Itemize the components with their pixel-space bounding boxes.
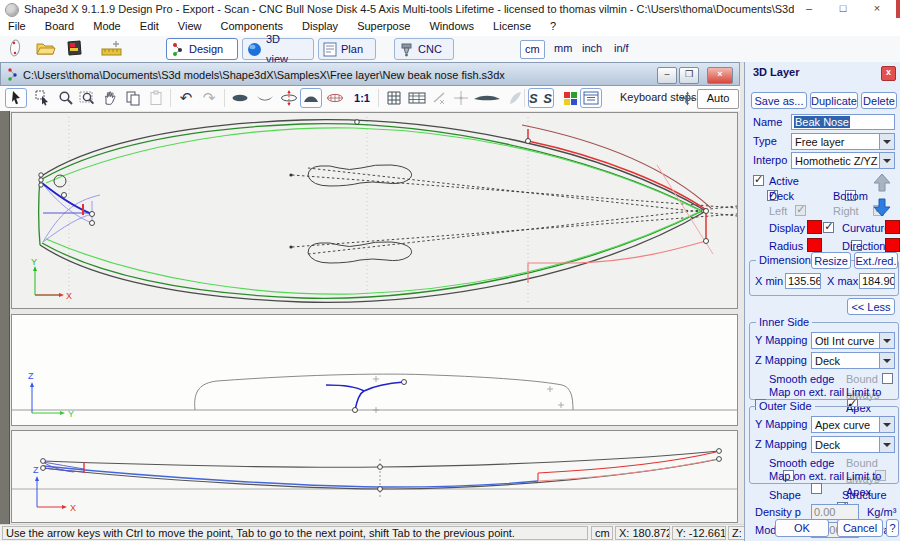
outer-side-legend: Outer Side	[756, 400, 815, 413]
menu-mode[interactable]: Mode	[85, 18, 129, 35]
ok-button[interactable]: OK	[775, 519, 829, 537]
x-min-input[interactable]: 135.566	[785, 273, 821, 289]
minimize-button[interactable]: –	[796, 1, 822, 17]
menu-view[interactable]: View	[170, 18, 210, 35]
menu-superpose[interactable]: Superpose	[349, 18, 418, 35]
properties-panel-toggle[interactable]	[580, 88, 602, 108]
3d-view-button[interactable]: 3D view	[242, 38, 314, 60]
save-icon[interactable]	[64, 38, 88, 59]
chevron-down-icon[interactable]	[879, 417, 894, 432]
inner-z-mapping-dropdown[interactable]: Deck	[811, 352, 895, 369]
select-box-tool[interactable]	[32, 88, 54, 108]
outer-z-mapping-dropdown[interactable]: Deck	[811, 436, 895, 453]
save-as-button[interactable]: Save as...	[751, 92, 807, 109]
copy-tool[interactable]	[122, 88, 144, 108]
chevron-down-icon[interactable]	[879, 153, 894, 168]
scale-1-1-button[interactable]: 1:1	[350, 88, 374, 108]
cnc-button[interactable]: CNC	[394, 38, 454, 60]
undo-button[interactable]: ↶	[175, 88, 197, 108]
x-max-input[interactable]: 184.900	[859, 273, 895, 289]
maximize-button[interactable]: □	[830, 1, 856, 17]
ruler-icon[interactable]	[100, 38, 124, 59]
name-input[interactable]: Beak Nose	[791, 114, 895, 130]
select-tool[interactable]	[5, 88, 27, 108]
chevron-down-icon[interactable]	[879, 134, 894, 149]
outer-y-mapping-dropdown[interactable]: Apex curve	[811, 416, 895, 433]
menu-board[interactable]: Board	[37, 18, 82, 35]
thickness-view-icon[interactable]	[278, 88, 300, 108]
menu-file[interactable]: File	[0, 18, 34, 35]
menu-license[interactable]: License	[485, 18, 539, 35]
menu-windows[interactable]: Windows	[421, 18, 482, 35]
cancel-button[interactable]: Cancel	[837, 519, 883, 537]
unit-inch[interactable]: inch	[578, 40, 606, 57]
doc-restore-button[interactable]: ❒	[679, 67, 699, 84]
delete-button[interactable]: Delete	[861, 92, 897, 109]
display-checkbox[interactable]	[823, 222, 834, 233]
inner-y-mapping-dropdown[interactable]: Otl Int curve	[811, 332, 895, 349]
cross-section-view-icon[interactable]	[300, 88, 322, 108]
menu-help[interactable]: ?	[542, 18, 564, 35]
type-dropdown[interactable]: Free layer	[791, 133, 895, 150]
display-color-swatch[interactable]	[807, 220, 822, 234]
unit-mm[interactable]: mm	[550, 40, 576, 57]
cnc-machine-icon	[399, 42, 414, 57]
design-mode-button[interactable]: Design	[166, 38, 238, 60]
rocker-view-icon[interactable]	[254, 88, 276, 108]
outline-view-drawing[interactable]: Y X	[12, 113, 737, 308]
zoom-tool[interactable]	[55, 88, 77, 108]
chevron-down-icon[interactable]	[879, 333, 894, 348]
active-label: Active	[769, 173, 799, 189]
outer-map-ext-checkbox[interactable]	[811, 483, 822, 494]
profile-view[interactable]: Z X	[11, 430, 738, 523]
title-bar: Shape3d X 9.1.1.9 Design Pro - Export - …	[0, 0, 900, 19]
ext-red-button[interactable]: Ext./red.	[854, 252, 898, 269]
layer-up-button[interactable]	[871, 172, 893, 194]
curvature-color-swatch[interactable]	[885, 220, 900, 234]
redo-button: ↷	[198, 88, 220, 108]
grid-icon[interactable]	[383, 88, 405, 108]
section-view-drawing[interactable]: Z Y	[12, 315, 737, 425]
unit-inf[interactable]: in/f	[610, 40, 633, 57]
profile-view-drawing[interactable]: Z X	[12, 431, 737, 522]
symmetry-icon[interactable]: S S	[528, 88, 554, 108]
chevron-down-icon[interactable]	[879, 353, 894, 368]
crosshair-icon	[450, 88, 472, 108]
colors-icon[interactable]	[559, 88, 581, 108]
chevron-down-icon[interactable]	[879, 437, 894, 452]
density-label: Density p	[755, 504, 801, 520]
radius-color-swatch[interactable]	[807, 238, 822, 252]
dimensions-table-icon[interactable]	[406, 88, 428, 108]
left-checkbox	[795, 205, 806, 216]
doc-minimize-button[interactable]: –	[657, 67, 677, 84]
less-button[interactable]: << Less	[847, 298, 895, 315]
interpo-dropdown[interactable]: Homothetic Z/YZ	[791, 152, 895, 169]
auto-button[interactable]: Auto	[697, 89, 739, 109]
menu-edit[interactable]: Edit	[132, 18, 167, 35]
outline-view[interactable]: Y X	[11, 112, 738, 309]
left-resize-strip[interactable]	[0, 111, 10, 524]
main-toolbar: Design 3D view Plan CNC cm mm inch in/f	[0, 36, 900, 63]
move-steps-icon[interactable]	[676, 88, 698, 108]
pan-hand-tool[interactable]	[98, 88, 120, 108]
active-checkbox[interactable]	[753, 175, 764, 186]
resize-button[interactable]: Resize	[811, 252, 851, 269]
unit-cm[interactable]: cm	[520, 40, 545, 59]
plan-button[interactable]: Plan	[318, 38, 376, 60]
duplicate-button[interactable]: Duplicate	[810, 92, 858, 109]
doc-close-button[interactable]: ×	[707, 67, 733, 84]
outline-view-icon[interactable]	[229, 88, 251, 108]
status-unit: cm	[591, 526, 613, 540]
new-board-icon[interactable]	[4, 38, 28, 59]
zoom-area-tool[interactable]	[76, 88, 98, 108]
directional-color-swatch[interactable]	[885, 238, 900, 252]
app-icon	[5, 3, 19, 17]
close-button[interactable]: ×	[864, 1, 890, 17]
board-profile-icon[interactable]	[472, 88, 502, 108]
open-folder-icon[interactable]	[34, 38, 58, 59]
panel-close-button[interactable]: x	[881, 66, 896, 81]
panel-help-button[interactable]: ?	[886, 519, 899, 537]
layer-down-button[interactable]	[871, 196, 893, 218]
section-view[interactable]: Z Y	[11, 314, 738, 426]
slices-view-icon[interactable]	[324, 88, 346, 108]
